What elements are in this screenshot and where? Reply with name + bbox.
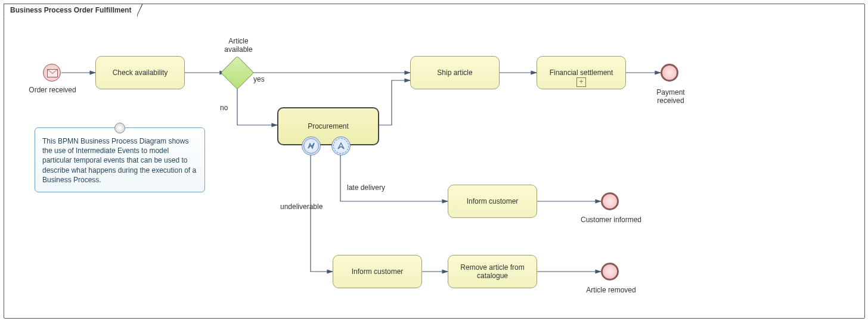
task-check-availability[interactable]: Check availability [95,56,185,89]
task-label: Procurement [308,122,349,130]
task-label: Inform customer [352,267,404,276]
end-event-payment-label: Payment received [644,88,698,105]
boundary-event-error[interactable] [302,136,321,155]
task-label: Check availability [113,68,168,77]
task-label: Ship article [437,68,472,77]
end-event-customer-informed[interactable] [601,192,619,210]
start-event-label: Order received [23,86,82,94]
bpmn-canvas: Business Process Order Fulfillment Order… [0,0,868,321]
escalation-icon [337,142,345,150]
note-text: This BPMN Business Process Diagram shows… [42,137,196,184]
task-label: Inform customer [467,197,519,205]
boundary-undeliverable-label: undeliverable [280,202,323,211]
note-pin-icon [114,123,125,133]
task-remove-article[interactable]: Remove article from catalogue [448,255,537,288]
boundary-late-label: late delivery [347,183,385,192]
end-event-payment[interactable] [661,64,678,82]
error-icon [306,141,316,151]
pool-title: Business Process Order Fulfillment [4,4,138,17]
task-procurement[interactable]: Procurement [277,107,379,145]
task-inform-customer-undeliverable[interactable]: Inform customer [333,255,422,288]
task-label: Remove article from catalogue [451,263,534,280]
end-event-article-removed-label: Article removed [581,286,641,294]
task-inform-customer-late[interactable]: Inform customer [448,185,537,218]
start-event-message[interactable] [43,64,61,82]
subprocess-expand-icon[interactable]: + [576,77,586,87]
gateway-yes-label: yes [253,75,265,83]
gateway-no-label: no [220,104,228,112]
task-ship-article[interactable]: Ship article [410,56,500,89]
message-icon [47,69,58,77]
task-label: Financial settlement [550,68,613,77]
task-financial-settlement[interactable]: Financial settlement + [537,56,626,89]
diagram-note: This BPMN Business Process Diagram shows… [35,127,205,192]
end-event-customer-informed-label: Customer informed [575,216,647,224]
end-event-article-removed[interactable] [601,263,619,281]
gateway-title: Article available [221,37,256,54]
boundary-event-escalation[interactable] [331,136,351,155]
